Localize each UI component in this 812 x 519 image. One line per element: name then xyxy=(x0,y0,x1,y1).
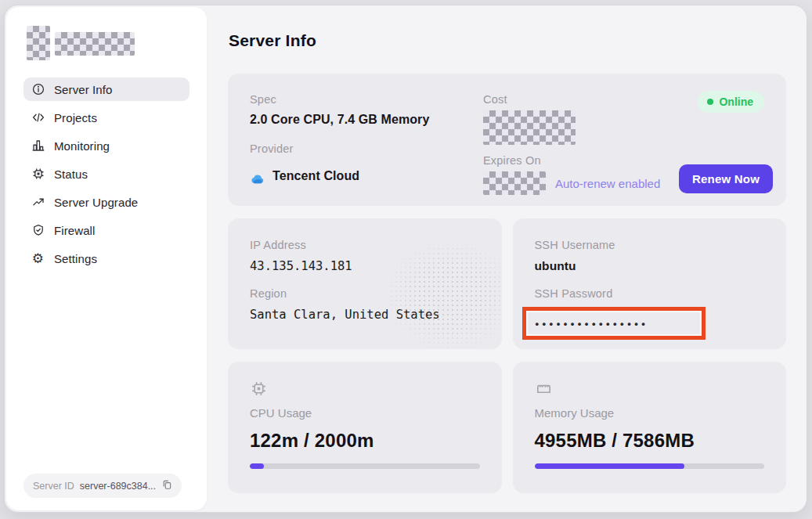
sidebar-item-label: Status xyxy=(54,168,88,181)
server-id-pill[interactable]: Server ID server-689c384... xyxy=(23,474,182,498)
cpu-usage-value: 122m / 2000m xyxy=(250,430,480,452)
main-content: Server Info Spec 2.0 Core CPU, 7.4 GB Me… xyxy=(208,5,807,512)
app-window: Server Info Projects Monitoring Status xyxy=(4,5,807,513)
memory-usage-label: Memory Usage xyxy=(535,406,765,420)
cpu-progress-bar xyxy=(250,463,480,469)
usage-row: CPU Usage 122m / 2000m Memory Usage 4955… xyxy=(228,362,786,493)
cpu-icon xyxy=(250,380,268,398)
sidebar-item-settings[interactable]: ⚙ Settings xyxy=(23,247,189,270)
ssh-card: SSH Username ubuntu SSH Password •••••••… xyxy=(513,218,787,349)
autorenew-note: Auto-renew enabled xyxy=(555,177,660,190)
expires-value-redacted xyxy=(483,171,546,195)
renew-now-button[interactable]: Renew Now xyxy=(679,164,773,193)
memory-progress-bar xyxy=(535,463,765,469)
sidebar-item-status[interactable]: Status xyxy=(23,162,189,186)
network-card: IP Address 43.135.143.181 Region Santa C… xyxy=(228,218,502,349)
sidebar-item-label: Projects xyxy=(54,111,97,124)
server-id-label: Server ID xyxy=(33,481,74,492)
sidebar-item-monitoring[interactable]: Monitoring xyxy=(23,134,189,157)
shield-check-icon xyxy=(31,223,45,238)
logo-redacted-text xyxy=(55,32,135,56)
sidebar-item-label: Server Info xyxy=(54,83,112,96)
ip-label: IP Address xyxy=(250,239,306,251)
status-badge: Online xyxy=(698,91,764,113)
sidebar-item-projects[interactable]: Projects xyxy=(23,106,189,129)
world-map-dots xyxy=(328,237,502,349)
app-logo xyxy=(23,23,189,60)
ssh-password-masked: •••••••••••••••• xyxy=(536,318,649,330)
cpu-usage-label: CPU Usage xyxy=(250,406,480,420)
chip-icon xyxy=(31,167,45,182)
ssh-username-label: SSH Username xyxy=(535,239,615,251)
sidebar-nav: Server Info Projects Monitoring Status xyxy=(23,77,189,270)
server-id-value: server-689c384... xyxy=(80,481,156,492)
page-title: Server Info xyxy=(229,31,786,50)
sidebar-item-label: Settings xyxy=(54,252,97,265)
region-value: Santa Clara, United States xyxy=(250,308,480,322)
online-dot-icon xyxy=(707,99,713,105)
sidebar-item-label: Firewall xyxy=(54,224,95,237)
provider-value-row: Tencent Cloud xyxy=(250,162,483,199)
memory-progress-fill xyxy=(535,463,685,469)
provider-value: Tencent Cloud xyxy=(272,169,359,183)
overview-left-column: Spec 2.0 Core CPU, 7.4 GB Memory Provide… xyxy=(250,93,483,199)
cost-value-redacted xyxy=(483,110,576,145)
cloud-icon xyxy=(250,171,265,190)
info-icon xyxy=(31,82,45,97)
trending-up-icon xyxy=(31,195,45,210)
sidebar-item-server-upgrade[interactable]: Server Upgrade xyxy=(23,190,189,214)
spec-label: Spec xyxy=(250,93,483,106)
gear-icon: ⚙ xyxy=(31,251,45,266)
ssh-password-highlight-box[interactable]: •••••••••••••••• xyxy=(522,307,706,340)
provider-label: Provider xyxy=(250,142,483,155)
logo-redacted-mark xyxy=(27,26,50,60)
bar-chart-icon xyxy=(31,139,45,153)
ip-value: 43.135.143.181 xyxy=(250,259,480,273)
status-badge-label: Online xyxy=(719,96,753,108)
copy-icon[interactable] xyxy=(161,479,172,492)
memory-usage-card: Memory Usage 4955MB / 7586MB xyxy=(513,362,787,493)
cpu-usage-card: CPU Usage 122m / 2000m xyxy=(228,362,502,493)
memory-icon xyxy=(535,380,553,398)
sidebar: Server Info Projects Monitoring Status xyxy=(6,7,207,510)
spec-value: 2.0 Core CPU, 7.4 GB Memory xyxy=(250,113,483,127)
sidebar-item-label: Monitoring xyxy=(54,139,110,153)
code-icon xyxy=(31,110,45,125)
ssh-password-label: SSH Password xyxy=(535,287,613,300)
sidebar-item-firewall[interactable]: Firewall xyxy=(23,218,189,242)
sidebar-item-server-info[interactable]: Server Info xyxy=(23,77,189,101)
cpu-progress-fill xyxy=(250,463,264,469)
region-label: Region xyxy=(250,287,287,300)
ssh-username-value: ubuntu xyxy=(535,259,765,273)
network-ssh-row: IP Address 43.135.143.181 Region Santa C… xyxy=(228,218,786,349)
memory-usage-value: 4955MB / 7586MB xyxy=(535,430,765,452)
sidebar-item-label: Server Upgrade xyxy=(54,196,138,209)
overview-card: Spec 2.0 Core CPU, 7.4 GB Memory Provide… xyxy=(228,74,786,206)
